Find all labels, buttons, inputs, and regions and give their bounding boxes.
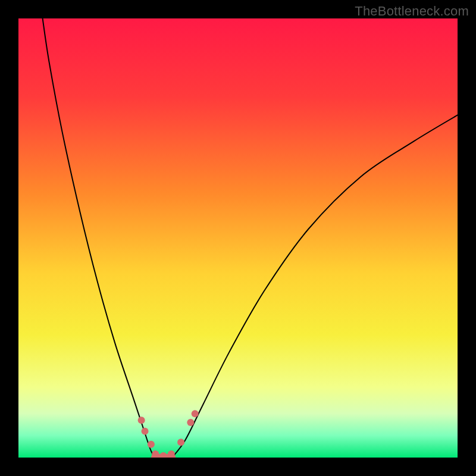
chart-stage: { "watermark": { "text": "TheBottleneck.… bbox=[0, 0, 476, 476]
watermark-text: TheBottleneck.com bbox=[355, 4, 469, 19]
valley-marker-6 bbox=[177, 439, 184, 446]
gradient-background bbox=[18, 18, 458, 458]
valley-marker-0 bbox=[138, 416, 145, 424]
valley-marker-3 bbox=[152, 450, 159, 458]
valley-marker-4 bbox=[160, 452, 167, 459]
bottleneck-chart bbox=[0, 0, 476, 476]
valley-marker-2 bbox=[148, 441, 155, 448]
valley-marker-5 bbox=[168, 450, 175, 458]
valley-marker-7 bbox=[187, 419, 194, 426]
valley-marker-8 bbox=[192, 410, 199, 417]
valley-marker-1 bbox=[142, 428, 149, 435]
